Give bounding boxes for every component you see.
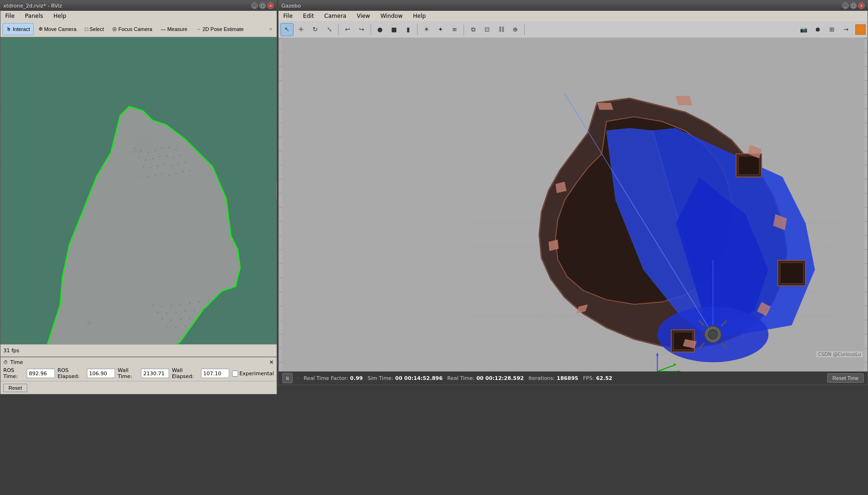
svg-rect-18 [176, 149, 177, 150]
svg-rect-22 [159, 156, 160, 157]
gazebo-menu-window[interactable]: Window [378, 12, 405, 20]
gazebo-menu-camera[interactable]: Camera [321, 12, 349, 20]
experimental-checkbox[interactable] [232, 371, 238, 377]
select-icon: □ [85, 26, 88, 32]
gz-orange-indicator [855, 24, 866, 35]
gz-undo-tool[interactable]: ↩ [341, 23, 354, 36]
gz-scale-tool[interactable]: ⤡ [323, 23, 336, 36]
wall-elapsed-value[interactable]: 107.10 [201, 369, 229, 378]
svg-rect-27 [150, 167, 151, 168]
rviz-menu-file[interactable]: File [2, 12, 17, 20]
gz-translate-tool[interactable]: ✛ [294, 23, 308, 36]
interact-button[interactable]: 🖱 Interact [2, 23, 34, 35]
svg-rect-73 [212, 323, 213, 324]
gazebo-statusbar: ⏸ · Real Time Factor: 0.99 Sim Time: 00 … [279, 371, 868, 385]
gz-sim-time-value: 00 00:14:52.896 [395, 375, 442, 381]
rviz-viewport[interactable]: ◀ [0, 37, 277, 344]
svg-rect-50 [236, 298, 237, 299]
gazebo-close-btn[interactable]: × [858, 2, 865, 9]
rviz-menubar: File Panels Help [0, 11, 277, 21]
gz-ortho-tool[interactable]: ⊞ [825, 23, 838, 36]
gz-fps: FPS: 62.52 [583, 375, 612, 381]
svg-rect-28 [157, 165, 158, 166]
rviz-menu-help[interactable]: Help [51, 12, 69, 20]
select-button[interactable]: □ Select [81, 23, 108, 35]
svg-rect-45 [189, 302, 190, 303]
svg-rect-63 [189, 318, 190, 319]
gz-light-tool[interactable]: ☀ [420, 23, 433, 36]
svg-rect-38 [176, 173, 177, 174]
interact-icon: 🖱 [6, 26, 11, 32]
time-panel-close-btn[interactable]: × [269, 359, 274, 365]
gz-reset-time-button[interactable]: Reset Time [827, 373, 864, 383]
gz-iterations-label: Iterations: [528, 375, 555, 381]
svg-rect-62 [180, 319, 181, 320]
svg-rect-34 [148, 177, 149, 178]
measure-button[interactable]: — Measure [157, 23, 191, 35]
time-panel-title: Time [10, 359, 23, 365]
rviz-expand-button[interactable]: » [267, 25, 275, 33]
select-label: Select [89, 26, 104, 32]
gz-box-tool[interactable]: ■ [388, 23, 401, 36]
rviz-maximize-btn[interactable]: □ [259, 2, 266, 9]
rviz-time-fields: ROS Time: 892.96 ROS Elapsed: 106.90 Wal… [3, 367, 274, 379]
svg-rect-72 [203, 324, 204, 325]
move-camera-button[interactable]: ⊕ Move Camera [35, 23, 80, 35]
rviz-time-header: ⏱ Time × [3, 359, 274, 365]
svg-rect-57 [212, 307, 213, 308]
gazebo-menu-edit[interactable]: Edit [300, 12, 317, 20]
rviz-collapse-button[interactable]: ◀ [276, 181, 277, 200]
svg-point-94 [708, 330, 718, 339]
gz-cylinder-tool[interactable]: ▮ [402, 23, 415, 36]
gz-wireframe-tool[interactable]: ≡ [448, 23, 461, 36]
focus-camera-button[interactable]: ◎ Focus Camera [108, 23, 156, 35]
gz-link-tool[interactable]: ⛓ [495, 23, 508, 36]
gz-rotate-tool[interactable]: ↻ [309, 23, 322, 36]
svg-rect-13 [141, 150, 142, 151]
gz-real-time: Real Time: 00 00:12:28.592 [447, 375, 524, 381]
experimental-label: Experimental [240, 371, 274, 377]
gazebo-menu-view[interactable]: View [354, 12, 372, 20]
svg-rect-35 [155, 175, 155, 176]
svg-rect-71 [194, 325, 195, 326]
pose-estimate-label: 2D Pose Estimate [202, 26, 244, 32]
gz-copy-tool[interactable]: ⧉ [466, 23, 480, 36]
pose-estimate-button[interactable]: → 2D Pose Estimate [192, 23, 248, 35]
svg-rect-66 [217, 315, 218, 316]
gazebo-maximize-btn[interactable]: □ [850, 2, 857, 9]
rviz-close-btn[interactable]: × [267, 2, 274, 9]
reset-button[interactable]: Reset [3, 384, 27, 392]
gz-record-tool[interactable]: ⏺ [811, 23, 824, 36]
gazebo-viewport[interactable]: CSDN @CuriousLu [279, 38, 868, 371]
gazebo-scene-svg [279, 38, 868, 371]
svg-rect-14 [148, 152, 149, 153]
svg-rect-69 [176, 327, 177, 328]
gz-redo-tool[interactable]: ↪ [355, 23, 368, 36]
move-camera-icon: ⊕ [39, 26, 43, 32]
svg-rect-49 [226, 299, 227, 300]
rviz-menu-panels[interactable]: Panels [22, 12, 46, 20]
gz-pause-button[interactable]: ⏸ [282, 373, 293, 383]
gz-paste-tool[interactable]: ⊡ [480, 23, 494, 36]
gazebo-attribution: CSDN @CuriousLu [816, 351, 863, 357]
gz-joint-tool[interactable]: ⊕ [509, 23, 522, 36]
gazebo-toolbar: ↖ ✛ ↻ ⤡ ↩ ↪ ● ■ ▮ ☀ ✦ ≡ ⧉ ⊡ ⛓ ⊕ 📷 ⏺ ⊞ → [279, 21, 868, 38]
gz-screenshot-tool[interactable]: 📷 [797, 23, 810, 36]
gazebo-menu-file[interactable]: File [280, 12, 295, 20]
gz-iterations-value: 186895 [557, 375, 578, 381]
gazebo-menu-help[interactable]: Help [410, 12, 428, 20]
gz-shadow-tool[interactable]: ✦ [434, 23, 447, 36]
gz-cursor-tool[interactable]: ↖ [280, 23, 294, 36]
rviz-bottom-bar: Reset [0, 381, 277, 394]
ros-time-value[interactable]: 892.96 [27, 369, 55, 378]
wall-time-value[interactable]: 2130.71 [141, 369, 169, 378]
gz-arrow-right-tool[interactable]: → [839, 23, 852, 36]
gazebo-titlebar: Gazebo _ □ × [279, 0, 868, 11]
ros-elapsed-value[interactable]: 106.90 [87, 369, 115, 378]
gz-real-time-label: Real Time: [447, 375, 474, 381]
svg-rect-64 [199, 317, 200, 318]
gz-sphere-tool[interactable]: ● [373, 23, 387, 36]
gazebo-minimize-btn[interactable]: _ [842, 2, 849, 9]
rviz-minimize-btn[interactable]: _ [251, 2, 258, 9]
rviz-titlebar: xtdrone_2d.rviz* - RViz _ □ × [0, 0, 277, 11]
